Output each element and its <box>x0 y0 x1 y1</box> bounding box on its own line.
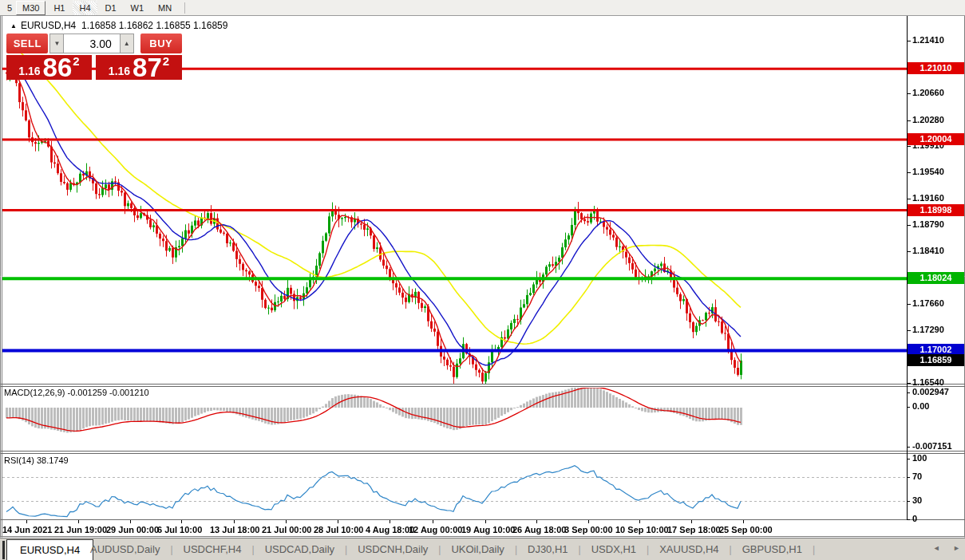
spin-up-icon: ▲ <box>124 40 130 47</box>
time-axis-label: 6 Jul 10:00 <box>157 525 202 534</box>
price-level-label[interactable]: 1.18998 <box>908 204 964 216</box>
timeframe-w1-button[interactable]: W1 <box>125 1 151 15</box>
chart-tab-bar: EURUSD,H4 AUDUSD,Daily|USDCHF,H4|USDCAD,… <box>0 538 965 560</box>
time-axis-label: 3 Sep 00:00 <box>564 525 613 534</box>
sell-price-prefix: 1.16 <box>18 65 40 77</box>
time-axis-label: 21 Jul 00:00 <box>262 525 311 534</box>
price-axis-tick: 1.20280 <box>912 115 944 124</box>
price-level-label[interactable]: 1.18024 <box>908 272 964 284</box>
tab-usdchf-h4[interactable]: USDCHF,H4 <box>173 543 252 555</box>
chart-ohlc-values: 1.16858 1.16862 1.16855 1.16859 <box>81 20 228 31</box>
volume-decrease-button[interactable]: ▼ <box>49 34 64 53</box>
macd-axis-label: -0.007151 <box>912 441 952 451</box>
tab-gbpusd-h1[interactable]: GBPUSD,H1 <box>732 543 813 555</box>
macd-axis-label: 0.00 <box>912 401 929 411</box>
time-axis-label: 14 Jun 2021 <box>2 525 52 534</box>
timeframe-h1-button[interactable]: H1 <box>47 1 71 15</box>
price-axis-tick: 1.20660 <box>912 88 944 97</box>
mt4-trading-terminal: 5 M30 H1 H4 D1 W1 MN ▲EURUSD,H4 1.16858 … <box>0 0 965 560</box>
price-axis-tick: 1.18410 <box>912 246 944 255</box>
toolbar-separator <box>184 2 185 14</box>
tab-audusd-daily[interactable]: AUDUSD,Daily <box>80 543 170 555</box>
time-axis-label: 29 Jun 00:00 <box>106 525 159 534</box>
time-axis-label: 13 Jul 18:00 <box>210 525 259 534</box>
price-axis-tick: 1.21410 <box>912 35 944 45</box>
timeframe-m30-button[interactable]: M30 <box>16 1 45 15</box>
rsi-axis-label: 70 <box>912 471 922 481</box>
time-axis-label: 21 Jun 19:00 <box>54 525 107 534</box>
rsi-axis-label: 30 <box>912 495 922 505</box>
time-axis-label: 4 Aug 18:00 <box>366 525 414 534</box>
rsi-indicator-label: RSI(14) 38.1749 <box>4 455 69 465</box>
macd-axis-label: 0.002947 <box>912 387 949 396</box>
price-axis-tick: 1.16540 <box>912 377 944 387</box>
price-chart-canvas[interactable] <box>0 0 965 560</box>
buy-price-pips: 87 <box>132 57 162 78</box>
tab-usdcad-daily[interactable]: USDCAD,Daily <box>255 543 345 555</box>
price-axis-tick: 1.19540 <box>912 167 944 176</box>
buy-price-prefix: 1.16 <box>109 65 130 77</box>
buy-price-point: 2 <box>163 54 169 68</box>
volume-input[interactable]: 3.00 <box>64 34 119 53</box>
time-axis-label: 17 Sep 18:00 <box>667 525 721 534</box>
time-axis-label: 19 Aug 10:00 <box>461 525 515 534</box>
price-axis-tick: 1.19160 <box>912 193 944 203</box>
price-level-label[interactable]: 1.21010 <box>908 62 964 74</box>
sell-price-pips: 86 <box>43 57 73 78</box>
macd-indicator-label: MACD(12,26,9) -0.001259 -0.001210 <box>4 388 149 397</box>
price-level-label[interactable]: 1.20004 <box>908 133 964 145</box>
spin-down-icon: ▼ <box>53 40 60 47</box>
timeframe-mn-button[interactable]: MN <box>152 1 178 15</box>
time-axis-label: 25 Sep 00:00 <box>719 525 773 534</box>
timeframe-d1-button[interactable]: D1 <box>99 1 123 15</box>
time-axis-label: 12 Aug 00:00 <box>409 525 462 534</box>
buy-price-display[interactable]: 1.16 87 2 <box>96 55 182 80</box>
tab-scroll-buttons: ◄ ► <box>922 544 960 552</box>
tab-separator: | <box>813 544 815 555</box>
tab-ukoil-daily[interactable]: UKOil,Daily <box>441 543 514 555</box>
buy-button[interactable]: BUY <box>140 34 182 53</box>
current-price-label: 1.16859 <box>908 354 964 366</box>
sell-price-display[interactable]: 1.16 86 2 <box>6 55 92 80</box>
sell-price-point: 2 <box>73 54 79 68</box>
chart-title: ▲EURUSD,H4 1.16858 1.16862 1.16855 1.168… <box>10 20 227 31</box>
time-axis-label: 10 Sep 10:00 <box>615 525 669 534</box>
tab-dj30-h1[interactable]: DJ30,H1 <box>517 543 579 555</box>
one-click-trade-panel: SELL ▼ 3.00 ▲ BUY 1.16 86 2 1.16 87 2 <box>6 34 182 80</box>
timeframe-m5-button[interactable]: 5 <box>0 1 14 15</box>
rsi-axis-label: 0 <box>912 514 917 523</box>
tab-scroll-right-icon[interactable]: ► <box>953 544 960 552</box>
price-axis-tick: 1.17290 <box>912 325 944 334</box>
tab-scroll-left-icon[interactable]: ◄ <box>933 544 940 552</box>
tab-usdx-h1[interactable]: USDX,H1 <box>581 543 647 555</box>
time-axis-label: 28 Jul 10:00 <box>314 525 363 534</box>
price-axis-tick: 1.17660 <box>912 298 944 308</box>
inactive-tabs: AUDUSD,Daily|USDCHF,H4|USDCAD,Daily|USDC… <box>80 538 815 560</box>
chart-marker-icon: ▲ <box>10 22 17 30</box>
tab-bar-left-edge <box>2 541 5 559</box>
volume-increase-button[interactable]: ▲ <box>120 34 134 53</box>
price-axis-tick: 1.18790 <box>912 219 944 229</box>
time-axis-label: 26 Aug 18:00 <box>512 525 566 534</box>
rsi-axis-label: 100 <box>912 453 927 463</box>
timeframe-toolbar: 5 M30 H1 H4 D1 W1 MN <box>0 0 965 16</box>
timeframe-h4-button[interactable]: H4 <box>73 1 97 15</box>
sell-button[interactable]: SELL <box>6 34 48 53</box>
chart-symbol-label: EURUSD,H4 <box>21 20 76 31</box>
tab-usdcnh-daily[interactable]: USDCNH,Daily <box>347 543 438 555</box>
tab-xauusd-h4[interactable]: XAUUSD,H4 <box>649 543 729 555</box>
